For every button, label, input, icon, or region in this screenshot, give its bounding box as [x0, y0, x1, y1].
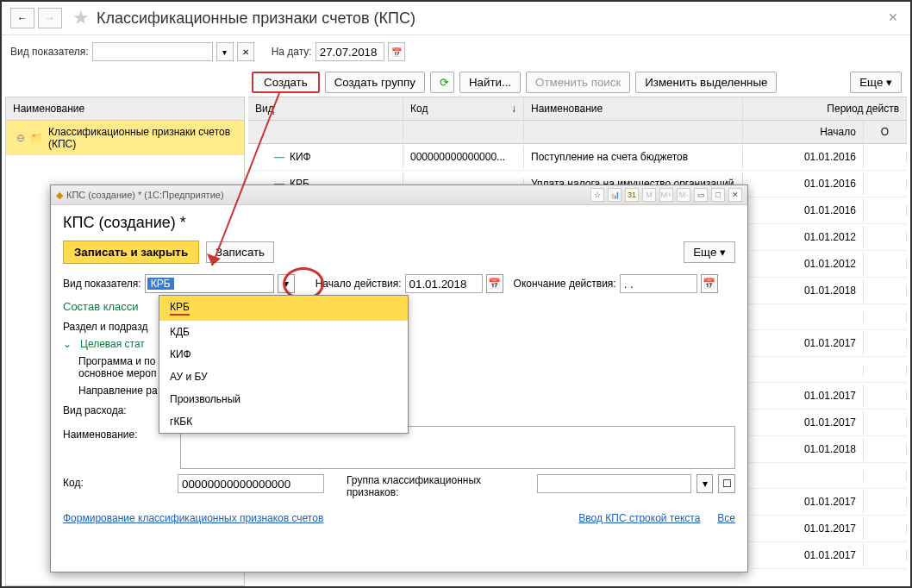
vid-clear-button[interactable]: ✕: [237, 42, 254, 61]
app-icon: ◆: [56, 190, 63, 201]
find-button[interactable]: Найти...: [459, 72, 521, 93]
group-input[interactable]: [537, 474, 691, 493]
dropdown-item[interactable]: КИФ: [159, 343, 408, 366]
expand-icon[interactable]: ⌄: [63, 338, 72, 350]
dialog-more-button[interactable]: Еще ▾: [684, 241, 735, 263]
close-icon[interactable]: ✕: [888, 10, 898, 24]
nav-back-button[interactable]: ←: [10, 8, 34, 28]
tb-mminus-icon[interactable]: M-: [677, 188, 690, 202]
lbl-code: Код:: [63, 474, 172, 489]
dropdown-item[interactable]: КРБ: [159, 296, 408, 321]
tb-cal-icon[interactable]: 31: [625, 188, 639, 202]
dropdown-item[interactable]: гКБК: [159, 410, 408, 433]
tb-max-icon[interactable]: □: [711, 188, 725, 202]
col-period[interactable]: Период действ: [743, 97, 907, 120]
col-end[interactable]: О: [864, 121, 907, 143]
favorite-star-icon[interactable]: ★: [72, 7, 90, 29]
folder-icon: 📁: [30, 132, 43, 144]
tree-item-root[interactable]: ⊖ 📁 Классификационные признаки счетов (К…: [6, 121, 244, 155]
start-date-label: Начало действия:: [315, 278, 402, 290]
vid-dropdown-toggle[interactable]: ▾: [278, 274, 295, 293]
save-close-button[interactable]: Записать и закрыть: [63, 241, 199, 264]
change-selected-button[interactable]: Изменить выделенные: [635, 72, 777, 93]
table-row[interactable]: —КИФ 000000000000000... Поступление на с…: [248, 144, 907, 171]
create-button[interactable]: Создать: [252, 72, 320, 93]
more-button[interactable]: Еще ▾: [850, 72, 902, 93]
dlg-vid-label: Вид показателя:: [63, 278, 141, 290]
tree-item-label: Классификационные признаки счетов (КПС): [48, 126, 239, 150]
window-title: КПС (создание) * (1С:Предприятие): [66, 190, 224, 200]
vid-dropdown-button[interactable]: ▾: [216, 42, 234, 61]
col-name[interactable]: Наименование: [524, 97, 743, 120]
link-all[interactable]: Все: [717, 512, 735, 524]
group-open[interactable]: ☐: [718, 474, 735, 493]
calendar-icon[interactable]: 📅: [388, 42, 405, 61]
dropdown-item[interactable]: КДБ: [159, 321, 408, 343]
tb-mplus-icon[interactable]: M+: [659, 188, 673, 202]
tb-close-icon[interactable]: ✕: [728, 188, 742, 202]
link-input-kps[interactable]: Ввод КПС строкой текста: [578, 512, 700, 524]
lbl-direction: Направление ра: [78, 385, 158, 397]
col-code[interactable]: Код ↓: [403, 97, 524, 120]
lbl-program: Программа и поосновное мероп: [78, 355, 156, 379]
nav-forward-button[interactable]: →: [38, 8, 62, 28]
tree-header: Наименование: [6, 97, 244, 121]
end-date-input[interactable]: [620, 274, 697, 293]
vid-select-input[interactable]: КРБ: [145, 274, 274, 293]
end-date-label: Окончание действия:: [514, 278, 616, 290]
vid-dropdown-list: КРБКДБКИФАУ и БУПроизвольныйгКБК: [159, 295, 409, 434]
lbl-target: Целевая стат: [80, 338, 145, 350]
dropdown-item[interactable]: Произвольный: [159, 388, 408, 410]
create-dialog: ◆ КПС (создание) * (1С:Предприятие) ☆ 📊 …: [50, 185, 748, 572]
dialog-title: КПС (создание) *: [63, 214, 735, 232]
tb-m-icon[interactable]: M: [642, 188, 656, 202]
date-filter-input[interactable]: [315, 42, 384, 61]
refresh-button[interactable]: ⟳: [430, 72, 454, 93]
col-start[interactable]: Начало: [743, 121, 864, 143]
save-button[interactable]: Записать: [206, 241, 274, 263]
vid-filter-input[interactable]: [92, 42, 213, 61]
tb-calc-icon[interactable]: 📊: [608, 188, 622, 202]
link-formation[interactable]: Формирование классификационных признаков…: [63, 512, 323, 524]
vid-selected-value: КРБ: [147, 278, 174, 290]
dropdown-item[interactable]: АУ и БУ: [159, 366, 408, 388]
start-date-input[interactable]: [405, 274, 483, 293]
tree-collapse-icon[interactable]: ⊖: [16, 132, 25, 144]
create-group-button[interactable]: Создать группу: [325, 72, 425, 93]
col-vid[interactable]: Вид: [248, 97, 403, 120]
date-label: На дату:: [272, 46, 312, 58]
tb-min-icon[interactable]: ▭: [694, 188, 708, 202]
cancel-search-button[interactable]: Отменить поиск: [526, 72, 630, 93]
lbl-group: Группа классификационных признаков:: [347, 474, 532, 498]
start-cal-icon[interactable]: 📅: [486, 274, 503, 293]
tb-icon-1[interactable]: ☆: [590, 188, 604, 202]
page-title: Классификационные признаки счетов (КПС): [97, 9, 415, 28]
vid-label: Вид показателя:: [10, 46, 89, 58]
code-input[interactable]: [178, 474, 324, 493]
end-cal-icon[interactable]: 📅: [701, 274, 718, 293]
group-dd[interactable]: ▾: [696, 474, 714, 493]
